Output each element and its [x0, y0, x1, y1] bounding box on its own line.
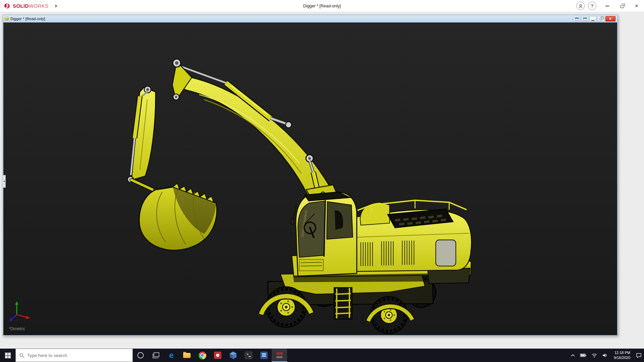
- taskbar-app-solidworks[interactable]: SW 2020: [272, 349, 287, 362]
- clock-time: 12:18 PM: [614, 350, 630, 355]
- dassault-systemes-logo-icon: [3, 2, 11, 10]
- file-explorer-icon: [183, 353, 191, 358]
- start-button[interactable]: [0, 349, 15, 362]
- restore-button[interactable]: [614, 0, 629, 12]
- volume-icon: [602, 353, 608, 358]
- close-button[interactable]: ×: [629, 0, 644, 12]
- doc-close-button[interactable]: ×: [605, 16, 615, 21]
- doc-tile-button-1[interactable]: [573, 16, 580, 21]
- stick-arm[interactable]: [127, 86, 159, 194]
- wifi-icon: [591, 353, 597, 358]
- tiled-window-icon: [583, 17, 587, 20]
- menu-expand-arrow-icon[interactable]: [55, 4, 57, 8]
- system-tray: 12:18 PM 9/16/2020: [568, 349, 644, 362]
- solidworks-application: SOLIDWORKS Digger * [Read-only] ? ×: [0, 0, 644, 362]
- action-center-icon: [636, 353, 642, 358]
- cab[interactable]: [291, 192, 357, 276]
- taskbar-app-file-explorer[interactable]: [179, 349, 195, 362]
- action-center-button[interactable]: [634, 349, 644, 362]
- part-document-icon: [4, 16, 9, 21]
- task-view-icon: [153, 352, 159, 358]
- document-window: Digger * [Read-only] ×: [3, 15, 618, 336]
- brand-text: SOLIDWORKS: [13, 3, 49, 9]
- taskbar-clock[interactable]: 12:18 PM 9/16/2020: [610, 350, 634, 360]
- cortana-button[interactable]: [133, 349, 148, 362]
- wheel-front-left[interactable]: [266, 287, 306, 327]
- battery-icon: [580, 353, 587, 357]
- taskbar-app-cube[interactable]: [225, 349, 241, 362]
- help-icon: ?: [591, 3, 594, 8]
- windows-logo-icon: [5, 353, 11, 358]
- app-title: Digger * [Read-only]: [0, 0, 644, 12]
- app-titlebar: SOLIDWORKS Digger * [Read-only] ? ×: [0, 0, 644, 12]
- doc-minimize-icon: [591, 20, 594, 21]
- search-icon: [19, 353, 24, 358]
- app-window-controls: ? ×: [576, 0, 644, 12]
- featuremanager-collapsed-tab[interactable]: [2, 175, 6, 188]
- search-input[interactable]: [27, 353, 129, 358]
- workspace: Digger * [Read-only] ×: [0, 12, 644, 349]
- windows-taskbar: e SW 2020: [0, 349, 644, 362]
- user-account-button[interactable]: [576, 2, 585, 10]
- tray-expand-button[interactable]: [568, 349, 578, 362]
- restore-icon: [621, 5, 624, 8]
- sw-letters: SW: [276, 352, 282, 356]
- user-icon: [578, 4, 583, 8]
- graphics-viewport[interactable]: *Dimetric: [3, 22, 617, 335]
- view-orientation-label: *Dimetric: [9, 326, 25, 331]
- excavator-3d-model[interactable]: [3, 22, 617, 335]
- doc-tile-button-2[interactable]: [581, 16, 588, 21]
- help-button[interactable]: ?: [588, 2, 596, 10]
- red-app-icon: [214, 352, 221, 359]
- clock-date: 9/16/2020: [614, 355, 630, 360]
- taskbar-app-edge[interactable]: e: [164, 349, 179, 362]
- terminal-app-icon: [245, 352, 252, 359]
- taskbar-app-document[interactable]: [256, 349, 272, 362]
- brand-works: WORKS: [29, 3, 49, 9]
- orientation-triad: [8, 299, 32, 324]
- cortana-icon: [137, 352, 144, 359]
- volume-indicator[interactable]: [600, 349, 610, 362]
- minimize-button[interactable]: [600, 0, 614, 12]
- task-view-button[interactable]: [148, 349, 164, 362]
- chevron-up-icon: [571, 354, 575, 357]
- doc-minimize-button[interactable]: [589, 16, 596, 21]
- taskbar-app-terminal[interactable]: [241, 349, 256, 362]
- cube-app-icon: [229, 351, 237, 359]
- document-title: Digger * [Read-only]: [10, 17, 45, 21]
- document-app-icon: [260, 352, 268, 359]
- brand-solid: SOLID: [13, 3, 29, 9]
- battery-indicator[interactable]: [578, 349, 589, 362]
- document-window-controls: ×: [573, 16, 616, 21]
- doc-restore-icon: [600, 18, 602, 20]
- doc-restore-button[interactable]: [597, 16, 604, 21]
- solidworks-app-icon: SW 2020: [276, 352, 282, 359]
- wheel-rear-left[interactable]: [371, 297, 408, 334]
- sw-year: 2020: [276, 356, 282, 359]
- tiled-window-icon: [575, 17, 579, 20]
- boom-arm[interactable]: [172, 59, 330, 200]
- minimize-icon: [605, 6, 609, 6]
- bucket[interactable]: [139, 184, 217, 250]
- edge-icon: e: [169, 351, 173, 359]
- taskbar-search[interactable]: [15, 349, 133, 362]
- engine-housing[interactable]: [356, 200, 472, 272]
- x-axis-arrow: [17, 315, 28, 317]
- doc-close-icon: ×: [609, 16, 611, 21]
- z-axis-arrow: [11, 315, 17, 319]
- taskbar-app-red[interactable]: [210, 349, 225, 362]
- chrome-icon: [199, 352, 206, 359]
- solidworks-brand: SOLIDWORKS: [0, 2, 57, 10]
- close-icon: ×: [635, 3, 638, 9]
- taskbar-app-chrome[interactable]: [195, 349, 210, 362]
- network-indicator[interactable]: [589, 349, 600, 362]
- document-titlebar[interactable]: Digger * [Read-only] ×: [3, 15, 618, 22]
